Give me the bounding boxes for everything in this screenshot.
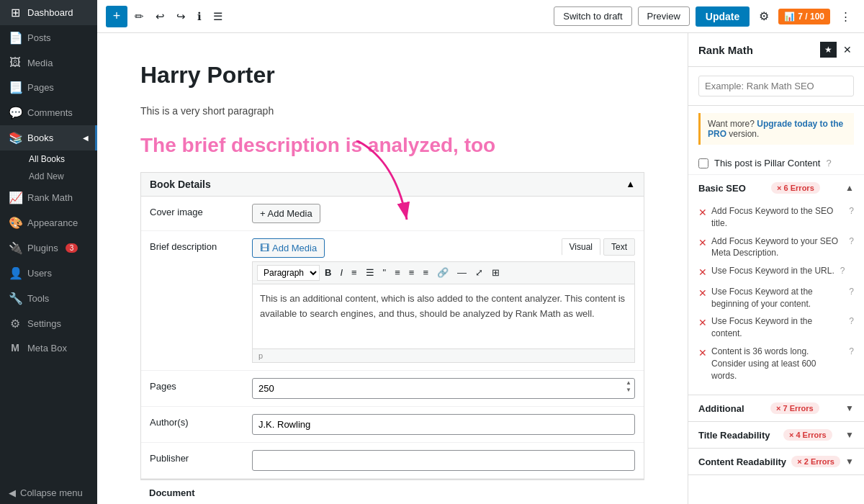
right-panel: Rank Math ★ ✕ Want more? Upgrade today t… bbox=[688, 33, 864, 504]
blockquote-button[interactable]: " bbox=[379, 265, 390, 280]
switch-draft-button[interactable]: Switch to draft bbox=[554, 6, 631, 26]
redo-button[interactable]: ↪ bbox=[172, 6, 190, 27]
right-panel-header: Rank Math ★ ✕ bbox=[688, 33, 864, 67]
collapse-menu[interactable]: ◀ Collapse menu bbox=[0, 482, 97, 504]
seo-help-2[interactable]: ? bbox=[849, 235, 854, 248]
toolbar: + ✏ ↩ ↪ ℹ ☰ Switch to draft Preview Upda… bbox=[97, 0, 864, 33]
pillar-content-row: This post is Pillar Content ? bbox=[688, 152, 864, 175]
align-left-button[interactable]: ≡ bbox=[391, 265, 404, 280]
seo-item-4: ✕ Use Focus Keyword at the beginning of … bbox=[698, 286, 854, 310]
sidebar-item-posts[interactable]: 📄 Posts bbox=[0, 25, 97, 50]
users-icon: 👤 bbox=[9, 266, 22, 280]
seo-help-5[interactable]: ? bbox=[849, 315, 854, 328]
pillar-checkbox[interactable] bbox=[698, 158, 708, 168]
additional-badge: × 7 Errors bbox=[770, 402, 819, 414]
meta-box-header[interactable]: Book Details ▲ bbox=[141, 173, 644, 197]
pages-icon: 📃 bbox=[9, 81, 22, 94]
title-readability-section: Title Readability × 4 Errors ▼ bbox=[688, 422, 864, 449]
sidebar-item-add-new[interactable]: Add New bbox=[20, 168, 97, 185]
seo-help-6[interactable]: ? bbox=[849, 346, 854, 358]
basic-seo-toggle[interactable]: ▲ bbox=[845, 183, 854, 193]
seo-help-3[interactable]: ? bbox=[840, 265, 845, 277]
paragraph-select[interactable]: Paragraph bbox=[257, 265, 320, 281]
pages-field: Pages ▲ ▼ bbox=[141, 371, 644, 407]
tinymce-content[interactable]: This is an additional content, which is … bbox=[252, 284, 635, 349]
publisher-input[interactable] bbox=[252, 450, 635, 471]
additional-header[interactable]: Additional × 7 Errors ▼ bbox=[688, 395, 864, 421]
title-readability-header[interactable]: Title Readability × 4 Errors ▼ bbox=[688, 422, 864, 448]
hr-button[interactable]: — bbox=[454, 265, 470, 280]
basic-seo-header[interactable]: Basic SEO × 6 Errors ▲ bbox=[688, 175, 864, 201]
title-readability-toggle[interactable]: ▼ bbox=[845, 430, 854, 440]
post-title[interactable]: Harry Porter bbox=[140, 62, 644, 89]
seo-item-1: ✕ Add Focus Keyword to the SEO title. ? bbox=[698, 205, 854, 230]
unordered-list-button[interactable]: ☰ bbox=[362, 265, 378, 280]
pillar-label: This post is Pillar Content bbox=[714, 158, 820, 168]
additional-section: Additional × 7 Errors ▼ bbox=[688, 395, 864, 422]
add-block-button[interactable]: + bbox=[106, 6, 127, 27]
sidebar-item-pages[interactable]: 📃 Pages bbox=[0, 75, 97, 100]
seo-error-icon-2: ✕ bbox=[698, 236, 707, 251]
brief-description-value: 🎞 Add Media Visual Text bbox=[252, 238, 635, 363]
seo-help-1[interactable]: ? bbox=[849, 205, 854, 217]
sidebar-item-users[interactable]: 👤 Users bbox=[0, 261, 97, 286]
edit-button[interactable]: ✏ bbox=[130, 6, 148, 27]
cover-image-add-media-button[interactable]: + Add Media bbox=[252, 204, 320, 223]
content-readability-badge: × 2 Errors bbox=[791, 456, 840, 467]
sidebar-item-rankmath[interactable]: 📈 Rank Math bbox=[0, 185, 97, 210]
list-view-button[interactable]: ☰ bbox=[209, 6, 227, 27]
update-button[interactable]: Update bbox=[696, 6, 750, 27]
additional-title: Additional bbox=[698, 403, 744, 414]
brief-description-field: Brief description 🎞 Add Media Vis bbox=[141, 231, 644, 371]
sidebar-item-tools[interactable]: 🔧 Tools bbox=[0, 286, 97, 311]
additional-toggle[interactable]: ▼ bbox=[845, 403, 854, 413]
sidebar-item-appearance[interactable]: 🎨 Appearance bbox=[0, 210, 97, 235]
ordered-list-button[interactable]: ≡ bbox=[348, 265, 361, 280]
post-paragraph[interactable]: This is a very short paragraph bbox=[140, 103, 644, 119]
tab-visual[interactable]: Visual bbox=[562, 238, 600, 256]
star-button[interactable]: ★ bbox=[820, 42, 837, 58]
close-button[interactable]: ✕ bbox=[841, 42, 854, 58]
publisher-value bbox=[252, 450, 635, 471]
align-center-button[interactable]: ≡ bbox=[405, 265, 418, 280]
italic-button[interactable]: I bbox=[336, 265, 346, 280]
pages-increment[interactable]: ▲ bbox=[624, 379, 634, 387]
fullscreen-button[interactable]: ⤢ bbox=[472, 265, 487, 280]
settings-icon: ⚙ bbox=[9, 317, 22, 330]
number-arrows: ▲ ▼ bbox=[624, 379, 634, 397]
seo-help-4[interactable]: ? bbox=[849, 286, 854, 298]
settings-button[interactable]: ⚙ bbox=[755, 6, 773, 27]
preview-button[interactable]: Preview bbox=[638, 6, 690, 26]
content-readability-header[interactable]: Content Readability × 2 Errors ▼ bbox=[688, 449, 864, 474]
sidebar-item-media[interactable]: 🖼 Media bbox=[0, 50, 97, 75]
info-button[interactable]: ℹ bbox=[193, 6, 206, 27]
align-right-button[interactable]: ≡ bbox=[419, 265, 432, 280]
sidebar-item-all-books[interactable]: All Books bbox=[20, 150, 97, 168]
sidebar-item-dashboard[interactable]: ⊞ Dashboard bbox=[0, 0, 97, 25]
authors-input[interactable] bbox=[252, 414, 635, 435]
sidebar-item-plugins[interactable]: 🔌 Plugins 3 bbox=[0, 235, 97, 261]
undo-button[interactable]: ↩ bbox=[151, 6, 169, 27]
authors-value bbox=[252, 414, 635, 435]
meta-box-toggle[interactable]: ▲ bbox=[626, 179, 635, 189]
content-readability-toggle[interactable]: ▼ bbox=[845, 456, 854, 467]
more-options-button[interactable]: ⋮ bbox=[836, 6, 855, 27]
pages-decrement[interactable]: ▼ bbox=[624, 387, 634, 394]
sidebar-item-settings[interactable]: ⚙ Settings bbox=[0, 311, 97, 336]
focus-keyword-input[interactable] bbox=[698, 76, 854, 96]
link-button[interactable]: 🔗 bbox=[433, 265, 452, 280]
sidebar: ⊞ Dashboard 📄 Posts 🖼 Media 📃 Pages 💬 Co… bbox=[0, 0, 97, 504]
pages-input[interactable] bbox=[252, 378, 635, 399]
tab-text[interactable]: Text bbox=[603, 238, 635, 256]
table-button[interactable]: ⊞ bbox=[488, 265, 503, 280]
seo-item-3: ✕ Use Focus Keyword in the URL. ? bbox=[698, 265, 854, 280]
seo-error-icon-1: ✕ bbox=[698, 206, 707, 220]
sidebar-item-metabox[interactable]: M Meta Box bbox=[0, 336, 97, 359]
appearance-icon: 🎨 bbox=[9, 216, 22, 230]
books-icon: 📚 bbox=[9, 131, 22, 145]
sidebar-item-comments[interactable]: 💬 Comments bbox=[0, 100, 97, 125]
bold-button[interactable]: B bbox=[321, 265, 335, 280]
sidebar-item-books[interactable]: 📚 Books ◀ bbox=[0, 125, 97, 150]
brief-description-add-media-button[interactable]: 🎞 Add Media bbox=[252, 238, 325, 258]
title-readability-badge: × 4 Errors bbox=[783, 429, 832, 441]
